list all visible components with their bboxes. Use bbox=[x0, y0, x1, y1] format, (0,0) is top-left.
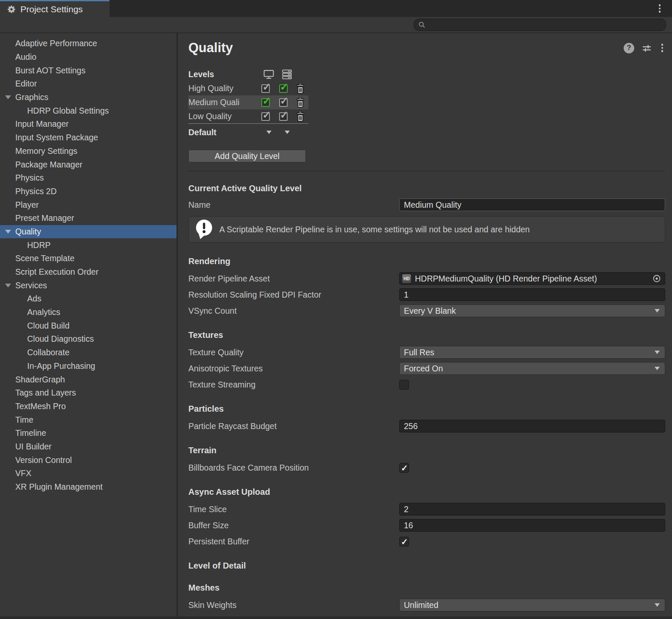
panel-kebab-menu-icon[interactable] bbox=[659, 43, 665, 53]
billboards-face-camera-position-checkbox[interactable] bbox=[399, 463, 409, 473]
sidebar-item-audio[interactable]: Audio bbox=[0, 50, 176, 64]
sidebar-item-textmesh-pro[interactable]: TextMesh Pro bbox=[0, 400, 176, 413]
setting-label: VSync Count bbox=[188, 306, 399, 316]
foldout-spacer bbox=[4, 440, 15, 454]
sidebar-item-hdrp-global-settings[interactable]: HDRP Global Settings bbox=[0, 104, 176, 117]
sidebar-item-scene-template[interactable]: Scene Template bbox=[0, 252, 176, 265]
add-quality-level-button[interactable]: Add Quality Level bbox=[188, 150, 306, 162]
desktop-enabled-checkbox[interactable] bbox=[261, 98, 270, 107]
section-rendering: RenderingRender Pipeline AssetHDHDRPMedi… bbox=[188, 255, 665, 319]
server-enabled-checkbox[interactable] bbox=[279, 98, 288, 107]
sidebar-item-quality[interactable]: Quality bbox=[0, 225, 176, 239]
foldout-triangle-icon[interactable] bbox=[4, 91, 15, 104]
foldout-spacer bbox=[4, 360, 27, 373]
sidebar-item-cloud-build[interactable]: Cloud Build bbox=[0, 319, 176, 332]
section-header: Rendering bbox=[188, 255, 665, 267]
section-header: Async Asset Upload bbox=[188, 486, 665, 498]
settings-sidebar: Adaptive PerformanceAudioBurst AOT Setti… bbox=[0, 33, 178, 619]
window-kebab-menu-icon[interactable] bbox=[657, 0, 663, 17]
trash-icon[interactable] bbox=[295, 111, 305, 122]
default-server-dropdown[interactable] bbox=[278, 131, 296, 134]
render-pipeline-asset-object-field[interactable]: HDHDRPMediumQuality (HD Render Pipeline … bbox=[399, 272, 665, 285]
sidebar-item-ui-builder[interactable]: UI Builder bbox=[0, 440, 176, 454]
sidebar-item-burst-aot-settings[interactable]: Burst AOT Settings bbox=[0, 64, 176, 77]
quality-level-row[interactable]: Low Quality bbox=[188, 109, 308, 123]
section-header: Terrain bbox=[188, 444, 665, 456]
sidebar-item-label: Package Manager bbox=[15, 160, 82, 170]
sidebar-item-physics-2d[interactable]: Physics 2D bbox=[0, 185, 176, 198]
name-input[interactable]: Medium Quality bbox=[399, 198, 665, 211]
texture-quality-dropdown[interactable]: Full Res bbox=[399, 346, 665, 359]
settings-row: Texture QualityFull Res bbox=[188, 344, 665, 360]
skin-weights-dropdown[interactable]: Unlimited bbox=[399, 599, 665, 611]
sidebar-item-input-system-package[interactable]: Input System Package bbox=[0, 131, 176, 145]
foldout-spacer bbox=[4, 252, 15, 265]
settings-row: Resolution Scaling Fixed DPI Factor1 bbox=[188, 287, 665, 303]
sidebar-item-label: Preset Manager bbox=[15, 213, 74, 223]
srp-info-text: A Scriptable Render Pipeline is in use, … bbox=[219, 225, 530, 234]
sidebar-item-editor[interactable]: Editor bbox=[0, 77, 176, 91]
sidebar-item-memory-settings[interactable]: Memory Settings bbox=[0, 145, 176, 158]
vsync-count-dropdown[interactable]: Every V Blank bbox=[399, 304, 665, 317]
window-bottom-edge bbox=[0, 616, 672, 619]
object-picker-icon[interactable] bbox=[652, 274, 661, 283]
sidebar-item-time[interactable]: Time bbox=[0, 413, 176, 427]
particle-raycast-budget-input[interactable]: 256 bbox=[399, 420, 665, 432]
sidebar-item-physics[interactable]: Physics bbox=[0, 171, 176, 185]
persistent-buffer-checkbox[interactable] bbox=[399, 537, 409, 547]
sidebar-item-services[interactable]: Services bbox=[0, 279, 176, 292]
sidebar-item-vfx[interactable]: VFX bbox=[0, 467, 176, 480]
quality-level-row[interactable]: High Quality bbox=[188, 81, 308, 95]
sidebar-item-ads[interactable]: Ads bbox=[0, 292, 176, 306]
search-input[interactable] bbox=[414, 19, 666, 31]
anisotropic-textures-dropdown[interactable]: Forced On bbox=[399, 362, 665, 375]
texture-streaming-checkbox[interactable] bbox=[399, 380, 409, 390]
sidebar-item-package-manager[interactable]: Package Manager bbox=[0, 158, 176, 171]
quality-level-name: Low Quality bbox=[188, 112, 257, 121]
sidebar-item-hdrp[interactable]: HDRP bbox=[0, 238, 176, 252]
time-slice-input[interactable]: 2 bbox=[399, 503, 665, 516]
section-header: Meshes bbox=[188, 582, 665, 594]
sidebar-item-xr-plugin-management[interactable]: XR Plugin Management bbox=[0, 480, 176, 494]
setting-label: Texture Streaming bbox=[188, 380, 399, 390]
presets-sliders-icon[interactable] bbox=[642, 43, 652, 53]
section-async-asset-upload: Async Asset UploadTime Slice2Buffer Size… bbox=[188, 486, 665, 549]
trash-icon[interactable] bbox=[295, 97, 305, 108]
sidebar-item-version-control[interactable]: Version Control bbox=[0, 453, 176, 467]
resolution-scaling-fixed-dpi-factor-input[interactable]: 1 bbox=[399, 288, 665, 301]
sidebar-item-collaborate[interactable]: Collaborate bbox=[0, 346, 176, 360]
default-label: Default bbox=[188, 128, 260, 137]
sidebar-item-shadergraph[interactable]: ShaderGraph bbox=[0, 373, 176, 386]
field-value: 1 bbox=[404, 290, 409, 300]
sidebar-item-cloud-diagnostics[interactable]: Cloud Diagnostics bbox=[0, 332, 176, 346]
foldout-spacer bbox=[4, 145, 15, 158]
server-enabled-checkbox[interactable] bbox=[279, 112, 288, 121]
help-icon[interactable]: ? bbox=[624, 43, 634, 53]
gear-icon bbox=[7, 5, 16, 14]
foldout-triangle-icon[interactable] bbox=[4, 279, 15, 292]
sidebar-item-player[interactable]: Player bbox=[0, 198, 176, 212]
sidebar-item-preset-manager[interactable]: Preset Manager bbox=[0, 212, 176, 225]
desktop-enabled-checkbox[interactable] bbox=[261, 84, 270, 93]
sidebar-item-label: Burst AOT Settings bbox=[15, 66, 85, 75]
desktop-enabled-checkbox[interactable] bbox=[261, 112, 270, 121]
setting-label: Skin Weights bbox=[188, 600, 399, 610]
foldout-triangle-icon[interactable] bbox=[4, 225, 15, 239]
sidebar-item-tags-and-layers[interactable]: Tags and Layers bbox=[0, 386, 176, 400]
quality-level-row[interactable]: Medium Quali bbox=[188, 95, 308, 109]
server-enabled-checkbox[interactable] bbox=[279, 84, 288, 93]
foldout-spacer bbox=[4, 373, 15, 386]
settings-row: Buffer Size16 bbox=[188, 517, 665, 533]
buffer-size-input[interactable]: 16 bbox=[399, 519, 665, 532]
divider bbox=[188, 171, 665, 171]
sidebar-item-script-execution-order[interactable]: Script Execution Order bbox=[0, 265, 176, 279]
trash-icon[interactable] bbox=[295, 83, 305, 94]
sidebar-item-input-manager[interactable]: Input Manager bbox=[0, 117, 176, 131]
tab-project-settings[interactable]: Project Settings bbox=[0, 0, 109, 17]
sidebar-item-graphics[interactable]: Graphics bbox=[0, 91, 176, 104]
sidebar-item-in-app-purchasing[interactable]: In-App Purchasing bbox=[0, 360, 176, 373]
default-desktop-dropdown[interactable] bbox=[260, 131, 278, 134]
sidebar-item-timeline[interactable]: Timeline bbox=[0, 427, 176, 440]
sidebar-item-adaptive-performance[interactable]: Adaptive Performance bbox=[0, 37, 176, 50]
sidebar-item-analytics[interactable]: Analytics bbox=[0, 306, 176, 319]
